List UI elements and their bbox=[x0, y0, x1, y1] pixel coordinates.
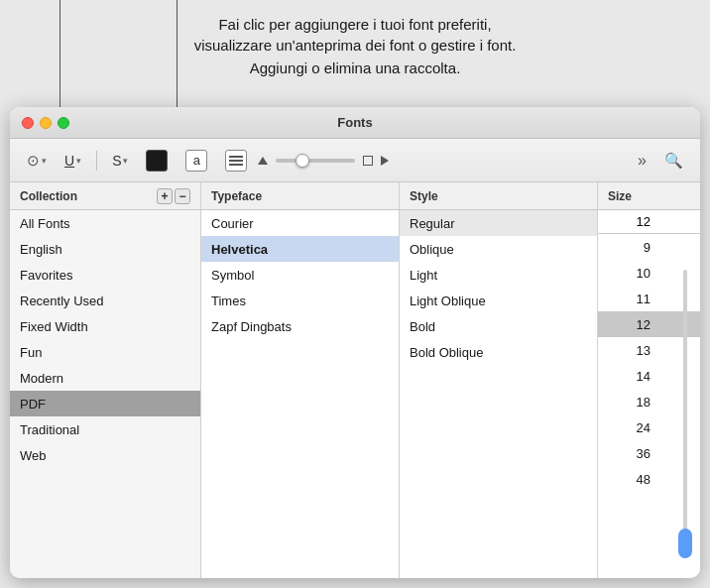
typeface-item[interactable]: Times bbox=[201, 288, 399, 313]
color-swatch bbox=[146, 150, 168, 172]
window-title: Fonts bbox=[337, 115, 372, 130]
tooltip-line2: visualizzare un'anteprima dei font o ges… bbox=[40, 35, 670, 56]
style-item[interactable]: Bold bbox=[400, 313, 597, 339]
square-icon bbox=[363, 156, 373, 166]
collection-item[interactable]: PDF bbox=[10, 391, 200, 416]
add-collection-button[interactable]: + bbox=[157, 188, 173, 204]
minimize-button[interactable] bbox=[40, 117, 52, 129]
typeface-item[interactable]: Courier bbox=[201, 210, 399, 236]
v-slider-track[interactable] bbox=[683, 270, 687, 558]
collection-item[interactable]: Fun bbox=[10, 339, 200, 365]
char-icon: a bbox=[185, 150, 207, 172]
main-content: All FontsEnglishFavoritesRecently UsedFi… bbox=[10, 210, 700, 578]
collection-item[interactable]: Favorites bbox=[10, 262, 200, 288]
size-chevron-icon: ▾ bbox=[123, 156, 128, 166]
typeface-item[interactable]: Symbol bbox=[201, 262, 399, 288]
char-button[interactable]: a bbox=[178, 147, 214, 175]
style-item[interactable]: Oblique bbox=[400, 236, 597, 262]
slider-area bbox=[258, 156, 389, 166]
traffic-lights bbox=[22, 117, 69, 129]
style-column-header: Style bbox=[400, 182, 598, 209]
fonts-window: Fonts ⊙ ▾ U ▾ S ▾ a bbox=[10, 107, 700, 578]
collection-column-header: Collection + − bbox=[10, 182, 201, 209]
style-item[interactable]: Light bbox=[400, 262, 597, 288]
typeface-column-header: Typeface bbox=[201, 182, 400, 209]
tooltip-line1: Fai clic per aggiungere i tuoi font pref… bbox=[40, 14, 670, 35]
v-slider-thumb[interactable] bbox=[678, 529, 692, 558]
underline-chevron-icon: ▾ bbox=[76, 156, 81, 166]
collection-item[interactable]: Fixed Width bbox=[10, 313, 200, 339]
remove-collection-button[interactable]: − bbox=[175, 188, 190, 204]
expand-icon: » bbox=[638, 152, 647, 170]
slider-thumb[interactable] bbox=[296, 154, 309, 168]
tooltip-line3: Aggiungi o elimina una raccolta. bbox=[40, 58, 670, 78]
size-input[interactable] bbox=[598, 210, 700, 233]
add-remove-buttons: + − bbox=[157, 188, 190, 204]
style-list: RegularObliqueLightLight ObliqueBoldBold… bbox=[400, 210, 598, 578]
typeface-label: Typeface bbox=[211, 189, 262, 203]
style-item[interactable]: Bold Oblique bbox=[400, 339, 597, 365]
titlebar: Fonts bbox=[10, 107, 700, 139]
triangle-up-icon bbox=[258, 157, 268, 165]
action-chevron-icon: ▾ bbox=[42, 156, 47, 166]
size-button[interactable]: S ▾ bbox=[105, 147, 135, 175]
typeface-item[interactable]: Zapf Dingbats bbox=[201, 313, 399, 339]
size-area: 9101112131418243648 bbox=[598, 210, 700, 578]
collection-item[interactable]: Traditional bbox=[10, 416, 200, 442]
search-icon: 🔍 bbox=[664, 152, 683, 170]
lines-icon bbox=[225, 150, 247, 172]
collection-label: Collection bbox=[20, 189, 77, 203]
typeface-list: CourierHelveticaSymbolTimesZapf Dingbats bbox=[201, 210, 400, 578]
collection-list: All FontsEnglishFavoritesRecently UsedFi… bbox=[10, 210, 201, 578]
circle-icon: ⊙ bbox=[27, 152, 40, 170]
close-button[interactable] bbox=[22, 117, 34, 129]
maximize-button[interactable] bbox=[58, 117, 69, 129]
toolbar-separator-1 bbox=[96, 151, 97, 171]
collection-item[interactable]: All Fonts bbox=[10, 210, 200, 236]
size-label: Size bbox=[608, 189, 632, 203]
column-headers: Collection + − Typeface Style Size bbox=[10, 182, 700, 210]
style-label: Style bbox=[410, 189, 438, 203]
underline-button[interactable]: U ▾ bbox=[58, 147, 88, 175]
lines-button[interactable] bbox=[218, 147, 254, 175]
size-item[interactable]: 9 bbox=[598, 234, 700, 260]
triangle-right-icon bbox=[381, 156, 389, 166]
style-item[interactable]: Regular bbox=[400, 210, 597, 236]
slider-track[interactable] bbox=[276, 159, 355, 163]
tooltip-area: Fai clic per aggiungere i tuoi font pref… bbox=[0, 0, 710, 78]
collection-item[interactable]: English bbox=[10, 236, 200, 262]
collection-item[interactable]: Recently Used bbox=[10, 288, 200, 313]
color-button[interactable] bbox=[139, 147, 175, 175]
vertical-slider[interactable] bbox=[678, 270, 692, 558]
underline-icon: U bbox=[64, 153, 74, 169]
expand-button[interactable]: » bbox=[631, 147, 653, 175]
size-icon: S bbox=[112, 153, 121, 169]
action-button[interactable]: ⊙ ▾ bbox=[20, 147, 54, 175]
toolbar: ⊙ ▾ U ▾ S ▾ a bbox=[10, 139, 700, 182]
size-column-header: Size bbox=[598, 182, 700, 209]
style-item[interactable]: Light Oblique bbox=[400, 288, 597, 313]
typeface-item[interactable]: Helvetica bbox=[201, 236, 399, 262]
collection-item[interactable]: Web bbox=[10, 442, 200, 468]
collection-item[interactable]: Modern bbox=[10, 365, 200, 391]
search-button[interactable]: 🔍 bbox=[657, 147, 690, 175]
